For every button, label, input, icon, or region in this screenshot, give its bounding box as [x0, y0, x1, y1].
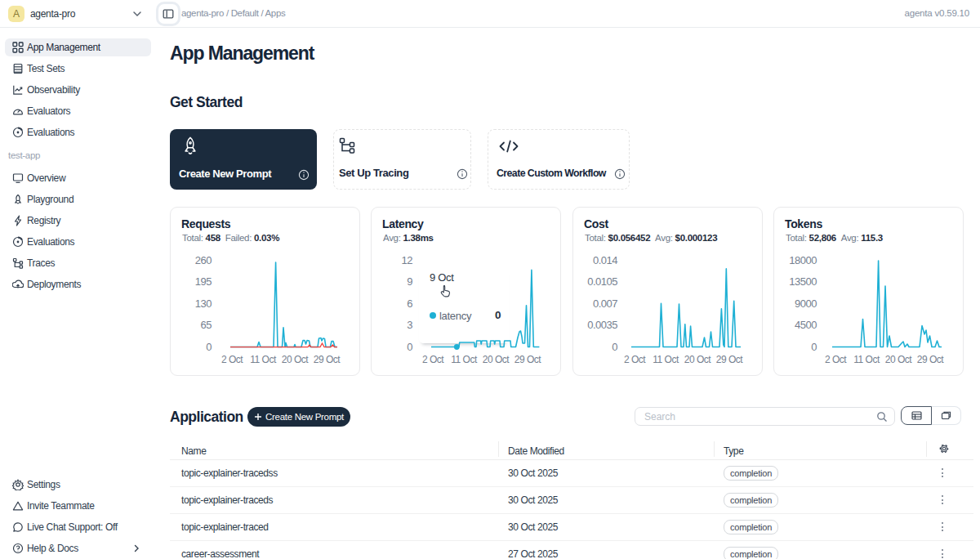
svg-text:130: 130 [195, 297, 212, 310]
svg-text:9000: 9000 [795, 297, 817, 310]
svg-text:11 Oct: 11 Oct [653, 354, 679, 365]
svg-text:2 Oct: 2 Oct [624, 354, 646, 365]
svg-text:20 Oct: 20 Oct [282, 354, 310, 365]
svg-text:20 Oct: 20 Oct [684, 354, 712, 365]
svg-text:11 Oct: 11 Oct [853, 354, 880, 365]
svg-text:4500: 4500 [795, 319, 817, 331]
svg-text:3: 3 [407, 319, 412, 331]
svg-text:29 Oct: 29 Oct [514, 354, 542, 365]
svg-text:0.014: 0.014 [593, 254, 617, 266]
svg-text:0.0105: 0.0105 [587, 275, 617, 288]
svg-text:2 Oct: 2 Oct [825, 354, 847, 365]
svg-text:11 Oct: 11 Oct [451, 354, 478, 365]
svg-text:0.0035: 0.0035 [587, 319, 617, 331]
svg-text:18000: 18000 [789, 254, 817, 266]
svg-text:0: 0 [407, 341, 412, 353]
svg-text:2 Oct: 2 Oct [221, 354, 243, 365]
svg-text:11 Oct: 11 Oct [250, 354, 277, 365]
svg-text:12: 12 [402, 254, 413, 266]
svg-text:6: 6 [407, 297, 412, 310]
svg-text:13500: 13500 [789, 275, 817, 288]
svg-text:29 Oct: 29 Oct [314, 354, 341, 365]
svg-text:9: 9 [407, 275, 412, 288]
svg-text:20 Oct: 20 Oct [483, 354, 510, 365]
svg-text:2 Oct: 2 Oct [422, 354, 444, 365]
svg-text:0: 0 [612, 341, 617, 353]
svg-text:29 Oct: 29 Oct [716, 354, 744, 365]
svg-text:29 Oct: 29 Oct [917, 354, 945, 365]
svg-text:195: 195 [195, 275, 212, 288]
svg-text:65: 65 [201, 319, 212, 331]
svg-text:0.007: 0.007 [593, 297, 617, 310]
svg-text:260: 260 [195, 254, 212, 266]
svg-text:0: 0 [206, 341, 212, 353]
svg-text:0: 0 [811, 341, 817, 353]
svg-text:20 Oct: 20 Oct [885, 354, 913, 365]
